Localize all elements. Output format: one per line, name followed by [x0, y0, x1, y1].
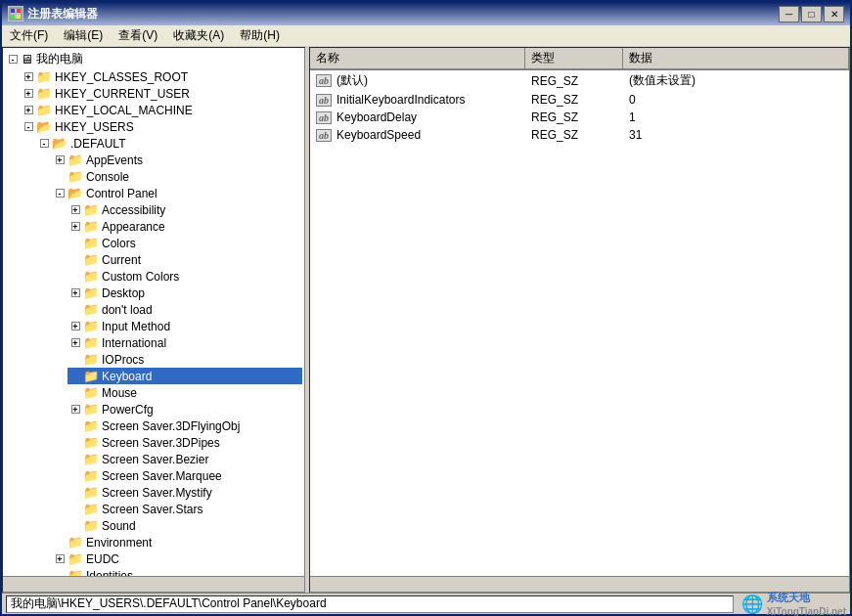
expand-ssmystify[interactable] — [67, 488, 83, 497]
tree-item-hklm[interactable]: + 📁 HKEY_LOCAL_MACHINE — [21, 102, 302, 118]
tree-item-hkcu[interactable]: + 📁 HKEY_CURRENT_USER — [21, 85, 302, 102]
tree-item-hku[interactable]: - 📂 HKEY_USERS — [21, 118, 302, 135]
tree-item-appevents[interactable]: + 📁 AppEvents — [52, 152, 302, 168]
tree-item-mouse[interactable]: 📁 Mouse — [67, 384, 302, 401]
expand-console[interactable] — [52, 172, 67, 181]
tree-item-default[interactable]: - 📂 .DEFAULT — [36, 135, 302, 152]
tree-label-inputmethod: Input Method — [102, 320, 170, 333]
expand-accessibility[interactable]: + — [67, 205, 83, 214]
tree-item-international[interactable]: + 📁 International — [67, 334, 302, 351]
menu-favorites[interactable]: 收藏夹(A) — [165, 25, 232, 46]
col-header-name[interactable]: 名称 — [310, 48, 525, 68]
tree-item-ss3dpipes[interactable]: 📁 Screen Saver.3DPipes — [67, 434, 302, 451]
computer-icon: 🖥 — [21, 52, 33, 66]
tree-label-mouse: Mouse — [102, 386, 137, 400]
expand-current[interactable] — [67, 255, 83, 264]
tree-item-dontload[interactable]: 📁 don't load — [67, 301, 302, 318]
tree-item-ssstars[interactable]: 📁 Screen Saver.Stars — [67, 501, 302, 517]
expand-sound[interactable] — [67, 521, 83, 530]
tree-label-ioprocs: IOProcs — [102, 353, 144, 367]
tree-item-accessibility[interactable]: + 📁 Accessibility — [67, 201, 302, 218]
tree-label-console: Console — [86, 170, 129, 184]
expand-ssmarquee[interactable] — [67, 471, 83, 480]
list-row[interactable]: ab KeyboardSpeed REG_SZ 31 — [310, 126, 849, 144]
tree-item-hkcr[interactable]: + 📁 HKEY_CLASSES_ROOT — [21, 68, 302, 85]
minimize-button[interactable]: ─ — [779, 6, 799, 22]
tree-item-environment[interactable]: 📁 Environment — [52, 534, 302, 550]
tree-item-desktop[interactable]: + 📁 Desktop — [67, 285, 302, 301]
maximize-button[interactable]: □ — [801, 6, 822, 22]
reg-icon-1: ab — [316, 94, 332, 107]
expand-eudc[interactable]: + — [52, 554, 67, 563]
list-row[interactable]: ab (默认) REG_SZ (数值未设置) — [310, 70, 849, 91]
list-body[interactable]: ab (默认) REG_SZ (数值未设置) ab InitialKeyboar… — [310, 70, 849, 576]
plus-icon: + — [24, 106, 33, 114]
expand-appearance[interactable]: + — [67, 222, 83, 231]
expand-hkcu[interactable]: + — [21, 89, 36, 98]
tree-hscroll[interactable] — [3, 576, 304, 592]
expand-controlpanel[interactable]: - — [52, 189, 67, 198]
expand-keyboard[interactable] — [67, 372, 83, 380]
expand-mypc[interactable]: - — [5, 55, 21, 64]
tree-item-sound[interactable]: 📁 Sound — [67, 517, 302, 534]
tree-item-ssmarquee[interactable]: 📁 Screen Saver.Marquee — [67, 467, 302, 484]
list-cell-type-0: REG_SZ — [525, 73, 623, 89]
expand-ssstars[interactable] — [67, 505, 83, 513]
tree-item-inputmethod[interactable]: + 📁 Input Method — [67, 318, 302, 334]
tree-item-ioprocs[interactable]: 📁 IOProcs — [67, 351, 302, 368]
tree-label-hku: HKEY_USERS — [55, 120, 134, 134]
tree-item-customcolors[interactable]: 📁 Custom Colors — [67, 268, 302, 285]
expand-ioprocs[interactable] — [67, 355, 83, 364]
expand-appevents[interactable]: + — [52, 155, 67, 164]
expand-environment[interactable] — [52, 538, 67, 547]
tree-item-current[interactable]: 📁 Current — [67, 251, 302, 268]
tree-item-keyboard[interactable]: 📁 Keyboard — [67, 368, 302, 384]
list-row[interactable]: ab InitialKeyboardIndicators REG_SZ 0 — [310, 91, 849, 109]
minus-icon: - — [40, 139, 49, 148]
menu-edit[interactable]: 编辑(E) — [56, 25, 111, 46]
list-hscroll[interactable] — [310, 576, 849, 592]
menu-help[interactable]: 帮助(H) — [232, 25, 288, 46]
expand-customcolors[interactable] — [67, 272, 83, 281]
tree-item-powercfg[interactable]: + 📁 PowerCfg — [67, 401, 302, 418]
expand-colors[interactable] — [67, 239, 83, 247]
tree-item-ss3dfly[interactable]: 📁 Screen Saver.3DFlyingObj — [67, 418, 302, 434]
folder-icon-appearance: 📁 — [83, 219, 99, 234]
tree-item-ssbezier[interactable]: 📁 Screen Saver.Bezier — [67, 451, 302, 467]
expand-desktop[interactable]: + — [67, 288, 83, 297]
tree-item-mypc[interactable]: - 🖥 我的电脑 — [5, 50, 302, 68]
tree-scroll[interactable]: - 🖥 我的电脑 + 📁 HKEY_CLASSES_ROOT + 📁 HKEY_… — [3, 48, 304, 576]
list-row[interactable]: ab KeyboardDelay REG_SZ 1 — [310, 109, 849, 126]
tree-item-colors[interactable]: 📁 Colors — [67, 235, 302, 251]
tree-item-identities[interactable]: 📁 Identities — [52, 567, 302, 576]
expand-international[interactable]: + — [67, 338, 83, 347]
menu-view[interactable]: 查看(V) — [111, 25, 165, 46]
expand-mouse[interactable] — [67, 388, 83, 397]
tree-item-console[interactable]: 📁 Console — [52, 168, 302, 185]
no-expand — [56, 538, 65, 547]
folder-icon-desktop: 📁 — [83, 286, 99, 300]
expand-ssbezier[interactable] — [67, 455, 83, 463]
expand-powercfg[interactable]: + — [67, 405, 83, 414]
expand-ss3dfly[interactable] — [67, 421, 83, 430]
close-button[interactable]: ✕ — [824, 6, 844, 22]
list-header: 名称 类型 数据 — [310, 48, 849, 70]
folder-icon-eudc: 📁 — [67, 551, 83, 566]
expand-hku[interactable]: - — [21, 122, 36, 131]
expand-hklm[interactable]: + — [21, 106, 36, 114]
expand-inputmethod[interactable]: + — [67, 322, 83, 330]
tree-item-appearance[interactable]: + 📁 Appearance — [67, 218, 302, 235]
expand-ss3dpipes[interactable] — [67, 438, 83, 447]
tree-label-hkcu: HKEY_CURRENT_USER — [55, 87, 190, 101]
expand-default[interactable]: - — [36, 139, 52, 148]
tree-label-identities: Identities — [86, 569, 133, 577]
tree-item-ssmystify[interactable]: 📁 Screen Saver.Mystify — [67, 484, 302, 501]
expand-dontload[interactable] — [67, 305, 83, 314]
col-header-type[interactable]: 类型 — [525, 48, 623, 68]
tree-item-eudc[interactable]: + 📁 EUDC — [52, 550, 302, 567]
expand-hkcr[interactable]: + — [21, 72, 36, 81]
no-expand — [71, 438, 80, 447]
tree-item-controlpanel[interactable]: - 📂 Control Panel — [52, 185, 302, 201]
col-header-data[interactable]: 数据 — [623, 48, 849, 68]
menu-file[interactable]: 文件(F) — [2, 25, 56, 46]
